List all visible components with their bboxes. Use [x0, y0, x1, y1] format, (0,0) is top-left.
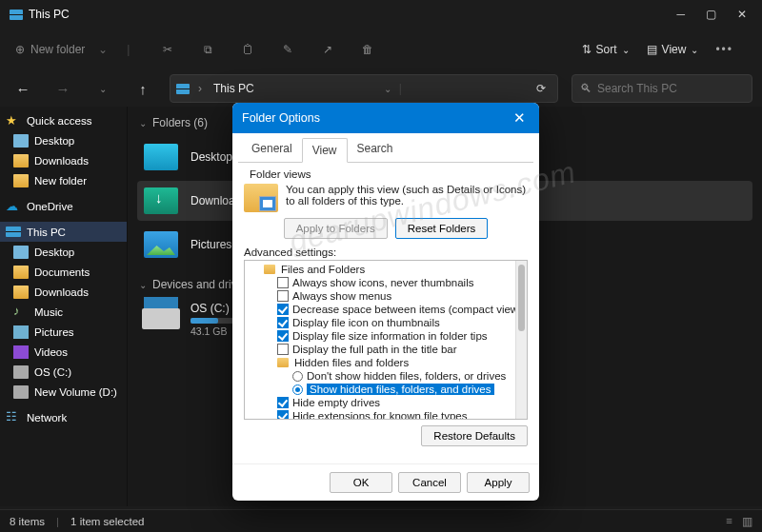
more-icon[interactable]: •••: [715, 43, 733, 56]
apply-button[interactable]: Apply: [467, 472, 530, 493]
close-icon[interactable]: ✕: [509, 109, 530, 127]
tiles-view-icon[interactable]: ▥: [742, 515, 752, 528]
video-icon: [13, 345, 29, 359]
checkbox[interactable]: [277, 277, 289, 288]
sidebar-item-label: Music: [34, 306, 63, 318]
tree-label: Files and Folders: [281, 264, 365, 275]
delete-icon[interactable]: 🗑︎: [360, 42, 375, 57]
sidebar-item-desktop[interactable]: Desktop: [0, 242, 127, 262]
new-folder-button[interactable]: ⊕ New folder ⌄: [6, 38, 117, 61]
sidebar-item-label: New folder: [34, 175, 87, 187]
sidebar-item-drive-d[interactable]: New Volume (D:): [0, 382, 127, 402]
sidebar-item-videos[interactable]: Videos: [0, 342, 127, 362]
tree-item[interactable]: Always show menus: [249, 289, 525, 303]
folder-views-desc: You can apply this view (such as Details…: [286, 184, 528, 212]
tab-view[interactable]: View: [302, 138, 348, 163]
tree-item[interactable]: Decrease space between items (compact vi…: [249, 303, 525, 316]
checkbox[interactable]: [277, 397, 289, 408]
tree-node-files-folders[interactable]: Files and Folders: [249, 263, 525, 276]
refresh-icon[interactable]: ⟳: [531, 82, 551, 95]
status-items: 8 items: [10, 516, 45, 527]
cut-icon[interactable]: ✂: [160, 42, 175, 57]
dialog-title: Folder Options: [242, 111, 320, 125]
checkbox[interactable]: [277, 330, 289, 342]
sidebar-item-drive-c[interactable]: OS (C:): [0, 362, 127, 382]
tree-item[interactable]: Display file icon on thumbnails: [249, 316, 525, 329]
sidebar-item-downloads[interactable]: Downloads: [0, 282, 127, 302]
tree-node-hidden[interactable]: Hidden files and folders: [249, 356, 525, 369]
sort-button[interactable]: ⇅ Sort ⌄: [582, 43, 630, 56]
sidebar-item-label: Pictures: [34, 326, 74, 338]
rename-icon[interactable]: ✎: [280, 42, 295, 57]
dialog-titlebar: Folder Options ✕: [232, 103, 539, 133]
search-icon: 🔍︎: [580, 82, 592, 95]
tree-item[interactable]: Hide extensions for known file types: [249, 409, 525, 420]
radio[interactable]: [292, 371, 303, 382]
sidebar-item-network[interactable]: ☷Network: [0, 407, 127, 427]
tree-item-radio[interactable]: Show hidden files, folders, and drives: [249, 383, 525, 396]
paste-icon[interactable]: 📋︎: [240, 42, 255, 57]
search-input[interactable]: [597, 82, 744, 95]
sidebar-item-onedrive[interactable]: ☁OneDrive: [0, 196, 127, 216]
folder-icon: [144, 144, 178, 170]
sidebar-item-desktop[interactable]: Desktop: [0, 130, 127, 150]
tree-item[interactable]: Always show icons, never thumbnails: [249, 276, 525, 289]
recent-icon[interactable]: ⌄: [90, 84, 116, 94]
checkbox[interactable]: [277, 344, 289, 355]
tree-label: Always show menus: [292, 290, 391, 302]
chevron-down-icon: ⌄: [139, 118, 147, 128]
advanced-settings-tree[interactable]: Files and Folders Always show icons, nev…: [244, 260, 528, 420]
folder-icon: [13, 174, 29, 187]
drive-icon: [13, 385, 29, 399]
reset-folders-button[interactable]: Reset Folders: [395, 218, 489, 239]
checkbox[interactable]: [277, 410, 289, 420]
sidebar-item-label: New Volume (D:): [34, 386, 117, 398]
ok-button[interactable]: OK: [330, 472, 392, 493]
checkbox[interactable]: [277, 304, 289, 315]
sidebar-item-new-folder[interactable]: New folder: [0, 170, 127, 190]
sidebar-item-music[interactable]: ♪Music: [0, 302, 127, 322]
up-icon[interactable]: ↑: [130, 81, 156, 97]
sort-label: Sort: [596, 43, 617, 56]
address-bar[interactable]: › This PC ⌄ | ⟳: [170, 74, 558, 103]
checkbox[interactable]: [277, 290, 289, 302]
drive-icon: [142, 308, 180, 329]
tree-item-radio[interactable]: Don't show hidden files, folders, or dri…: [249, 369, 525, 383]
scrollbar[interactable]: [515, 261, 527, 419]
sidebar-item-quick-access[interactable]: ★Quick access: [0, 110, 127, 130]
tree-label: Display the full path in the title bar: [292, 344, 457, 355]
tile-label: Pictures: [190, 238, 231, 251]
tab-general[interactable]: General: [242, 137, 302, 162]
chevron-down-icon[interactable]: ⌄: [384, 84, 391, 94]
sidebar-item-label: OS (C:): [34, 366, 71, 378]
checkbox[interactable]: [277, 317, 289, 328]
tab-search[interactable]: Search: [348, 137, 403, 162]
back-icon[interactable]: ←: [10, 81, 36, 97]
tree-item[interactable]: Display the full path in the title bar: [249, 343, 525, 356]
share-icon[interactable]: ↗: [320, 42, 335, 57]
folder-view-icon: [244, 184, 278, 212]
window-titlebar: This PC ─ ▢ ✕: [0, 0, 762, 29]
breadcrumb[interactable]: This PC: [211, 82, 257, 95]
sidebar-item-label: Desktop: [34, 135, 74, 147]
restore-defaults-button[interactable]: Restore Defaults: [421, 425, 528, 446]
maximize-icon[interactable]: ▢: [706, 8, 716, 21]
tree-label: Hide empty drives: [292, 397, 380, 408]
tree-item[interactable]: Hide empty drives: [249, 396, 525, 409]
tree-label: Don't show hidden files, folders, or dri…: [307, 370, 506, 382]
tree-item[interactable]: Display file size information in folder …: [249, 329, 525, 343]
details-view-icon[interactable]: ≡: [726, 515, 732, 528]
sidebar-item-pictures[interactable]: Pictures: [0, 322, 127, 342]
minimize-icon[interactable]: ─: [676, 8, 685, 21]
cancel-button[interactable]: Cancel: [398, 472, 461, 493]
sidebar-item-downloads[interactable]: Downloads: [0, 150, 127, 170]
close-icon[interactable]: ✕: [737, 8, 747, 21]
sidebar-item-documents[interactable]: Documents: [0, 262, 127, 282]
forward-icon[interactable]: →: [50, 81, 76, 97]
plus-icon: ⊕: [15, 43, 25, 56]
copy-icon[interactable]: ⧉: [200, 42, 215, 57]
search-box[interactable]: 🔍︎: [572, 74, 752, 103]
radio[interactable]: [292, 384, 303, 395]
sidebar-item-this-pc[interactable]: This PC: [0, 222, 127, 242]
view-button[interactable]: ▤ View ⌄: [647, 43, 699, 56]
